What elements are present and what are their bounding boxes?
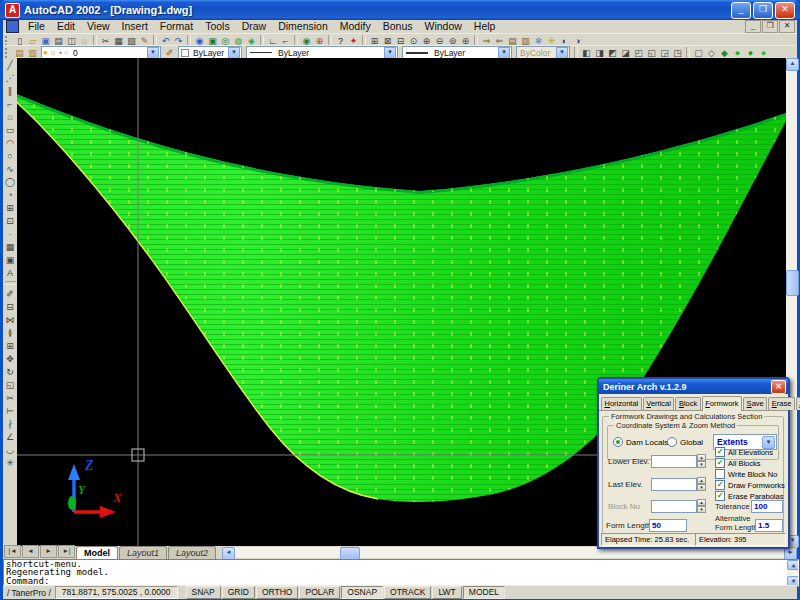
chevron-down-icon[interactable]: ▼ bbox=[147, 47, 159, 59]
mirror-icon[interactable]: ⋈ bbox=[4, 313, 17, 326]
checkbox-icon[interactable] bbox=[715, 469, 725, 479]
maximize-button[interactable]: ❐ bbox=[753, 2, 773, 19]
tab-nav-button[interactable]: ►| bbox=[58, 545, 75, 558]
tab-formwork[interactable]: Formwork bbox=[702, 396, 742, 411]
chamfer-icon[interactable]: ∠ bbox=[4, 430, 17, 443]
offset-icon[interactable]: ≬ bbox=[4, 326, 17, 339]
tab-save[interactable]: Save bbox=[743, 397, 767, 410]
dialog-close-button[interactable]: ✕ bbox=[771, 380, 786, 394]
tab-horizontal[interactable]: Horizontal bbox=[601, 397, 642, 410]
toggle-model[interactable]: MODEL bbox=[463, 586, 505, 599]
layer-properties-manager-icon[interactable]: ▤ bbox=[13, 47, 26, 59]
toggle-otrack[interactable]: OTRACK bbox=[384, 586, 431, 599]
tab-nav-button[interactable]: ► bbox=[40, 545, 57, 558]
menu-view[interactable]: View bbox=[81, 20, 116, 32]
toolbar-grip[interactable] bbox=[5, 36, 10, 46]
shade-2d-wireframe-icon[interactable]: ▢ bbox=[692, 47, 705, 59]
tab-layout1[interactable]: Layout1 bbox=[119, 546, 167, 559]
arc-icon[interactable]: ◠ bbox=[4, 136, 17, 149]
checkbox-write-block-no[interactable]: Write Block No bbox=[715, 469, 777, 479]
multiline-icon[interactable]: ∥ bbox=[4, 84, 17, 97]
toggle-grid[interactable]: GRID bbox=[222, 586, 255, 599]
radio-selected-icon[interactable] bbox=[613, 437, 623, 447]
break-icon[interactable]: ∤ bbox=[4, 417, 17, 430]
minimize-button[interactable]: _ bbox=[731, 2, 751, 19]
close-button[interactable]: ✕ bbox=[775, 2, 795, 19]
move-icon[interactable]: ✥ bbox=[4, 352, 17, 365]
menu-window[interactable]: Window bbox=[418, 20, 467, 32]
toggle-snap[interactable]: SNAP bbox=[186, 586, 221, 599]
toolbar-grip[interactable] bbox=[5, 48, 10, 58]
insert-block-icon[interactable]: ⊞ bbox=[4, 201, 17, 214]
toggle-ortho[interactable]: ORTHO bbox=[256, 586, 299, 599]
explode-icon[interactable]: ✳ bbox=[4, 456, 17, 469]
chevron-down-icon[interactable]: ▼ bbox=[498, 47, 510, 59]
erase-icon[interactable]: ✐ bbox=[4, 287, 17, 300]
tab-nav-button[interactable]: |◄ bbox=[4, 545, 21, 558]
circle-icon[interactable]: ○ bbox=[4, 149, 17, 162]
checkbox-all-elevations[interactable]: ✓All Elevations bbox=[715, 447, 773, 457]
trim-icon[interactable]: ✂ bbox=[4, 391, 17, 404]
last-elev-spinner[interactable]: ▲▼ bbox=[697, 477, 706, 490]
mdi-minimize-button[interactable]: _ bbox=[745, 20, 761, 33]
rectangle-icon[interactable]: ▭ bbox=[4, 123, 17, 136]
checkbox-icon[interactable]: ✓ bbox=[715, 447, 725, 457]
polyline-icon[interactable]: ⌐ bbox=[4, 97, 17, 110]
ellipse-arc-icon[interactable]: ◔ bbox=[4, 188, 17, 201]
lower-elev-spinner[interactable]: ▲▼ bbox=[697, 454, 706, 467]
toggle-polar[interactable]: POLAR bbox=[299, 586, 340, 599]
checkbox-icon[interactable]: ✓ bbox=[715, 458, 725, 468]
tab-model[interactable]: Model bbox=[76, 546, 118, 559]
make-block-icon[interactable]: ⊡ bbox=[4, 214, 17, 227]
view-left-icon[interactable]: ◩ bbox=[606, 47, 619, 59]
hatch-icon[interactable]: ▦ bbox=[4, 240, 17, 253]
form-length-input[interactable]: 50 bbox=[649, 519, 687, 532]
scroll-up-icon[interactable]: ▲ bbox=[786, 58, 799, 71]
line-icon[interactable]: ╱ bbox=[4, 58, 17, 71]
command-line-window[interactable]: shortcut-menu.Regenerating model.Command… bbox=[3, 559, 799, 587]
tab-nav-button[interactable]: ◄ bbox=[22, 545, 39, 558]
menu-edit[interactable]: Edit bbox=[51, 20, 81, 32]
view-top-icon[interactable]: ◧ bbox=[580, 47, 593, 59]
custom-menu-label[interactable]: / TanerPro / bbox=[3, 588, 55, 598]
extend-icon[interactable]: ⊢ bbox=[4, 404, 17, 417]
menu-modify[interactable]: Modify bbox=[334, 20, 377, 32]
toggle-osnap[interactable]: OSNAP bbox=[341, 586, 383, 599]
scale-icon[interactable]: ◱ bbox=[4, 378, 17, 391]
alt-form-length-input[interactable]: 1.5 bbox=[755, 519, 783, 532]
checkbox-all-blocks[interactable]: ✓All Blocks bbox=[715, 458, 761, 468]
coordinate-display[interactable]: 781.8871, 575.0025 , 0.0000 bbox=[55, 586, 178, 599]
menu-dimension[interactable]: Dimension bbox=[272, 20, 334, 32]
text-icon[interactable]: A bbox=[4, 266, 17, 279]
dialog-title-bar[interactable]: Deriner Arch v.1.2.9 ✕ bbox=[599, 379, 788, 394]
shade-flat-icon[interactable]: ● bbox=[731, 47, 744, 59]
tolerance-input[interactable]: 100 bbox=[751, 500, 783, 513]
checkbox-icon[interactable]: ✓ bbox=[715, 480, 725, 490]
menu-draw[interactable]: Draw bbox=[236, 20, 273, 32]
vertical-scrollbar-thumb[interactable] bbox=[786, 270, 799, 296]
last-elev-input[interactable] bbox=[651, 478, 697, 491]
make-object-layer-current-icon[interactable]: ✐ bbox=[163, 47, 176, 59]
chevron-down-icon[interactable]: ▼ bbox=[384, 47, 396, 59]
spline-icon[interactable]: ∿ bbox=[4, 162, 17, 175]
tab-block[interactable]: Block bbox=[675, 397, 700, 410]
view-front-icon[interactable]: ◰ bbox=[632, 47, 645, 59]
radio-dam-locals[interactable]: Dam Locals bbox=[613, 437, 668, 447]
view-sw-iso-icon[interactable]: ◲ bbox=[658, 47, 671, 59]
menu-help[interactable]: Help bbox=[468, 20, 502, 32]
radio-global[interactable]: Global bbox=[667, 437, 703, 447]
layers-dialog-icon[interactable]: ▥ bbox=[26, 47, 39, 59]
menu-format[interactable]: Format bbox=[154, 20, 199, 32]
radio-unselected-icon[interactable] bbox=[667, 437, 677, 447]
copy-object-icon[interactable]: ⊟ bbox=[4, 300, 17, 313]
shade-hidden-icon[interactable]: ◆ bbox=[718, 47, 731, 59]
fillet-icon[interactable]: ◡ bbox=[4, 443, 17, 456]
drawing-file-icon[interactable] bbox=[6, 20, 19, 33]
tab-erase[interactable]: Erase bbox=[768, 397, 795, 410]
scroll-up-icon[interactable]: ▲ bbox=[787, 560, 799, 570]
lower-elev-input[interactable] bbox=[651, 455, 697, 468]
shade-flat-edges-icon[interactable]: ● bbox=[757, 47, 770, 59]
tab-zoom[interactable]: Zoom bbox=[796, 397, 800, 410]
mdi-restore-button[interactable]: ❐ bbox=[762, 20, 778, 33]
menu-insert[interactable]: Insert bbox=[116, 20, 154, 32]
